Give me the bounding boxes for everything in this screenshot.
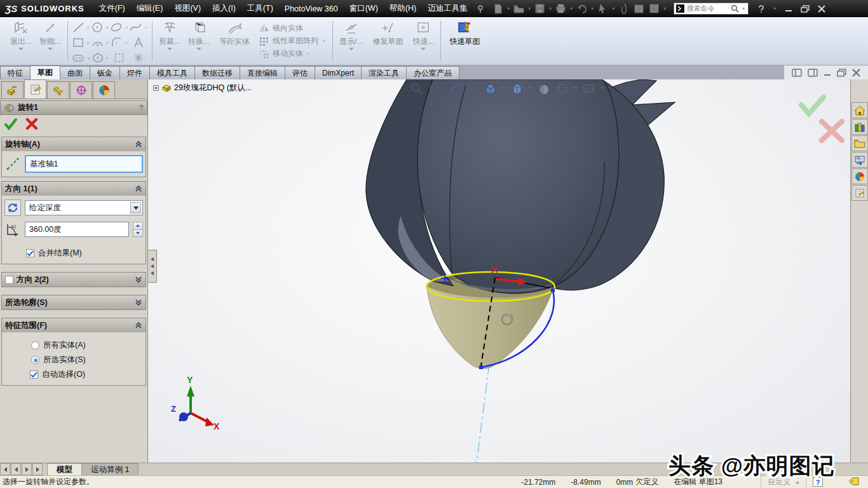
- direction2-header[interactable]: 方向 2(2): [2, 273, 146, 287]
- search-dropdown-arrow[interactable]: ▾: [742, 6, 746, 11]
- tab-surfaces[interactable]: 曲面: [60, 66, 90, 79]
- selected-bodies-option[interactable]: 所选实体(S): [31, 355, 143, 365]
- design-library-tab[interactable]: [851, 119, 868, 135]
- auto-select-option[interactable]: 自动选择(O): [30, 369, 143, 380]
- tab-scroll-next-button[interactable]: [22, 463, 32, 475]
- sketch-endpoint-bottom[interactable]: [479, 365, 483, 369]
- dimxpert-manager-tab[interactable]: [70, 81, 92, 98]
- help-dropdown-arrow[interactable]: ▾: [773, 6, 777, 11]
- tab-data-migration[interactable]: 数据迁移: [194, 66, 240, 79]
- collapse-chevron-icon[interactable]: [135, 322, 142, 329]
- tree-expand-icon[interactable]: [153, 85, 159, 91]
- save-dropdown-arrow[interactable]: ▾: [548, 6, 553, 11]
- collapse-chevron-icon[interactable]: [135, 141, 142, 147]
- print-icon[interactable]: [554, 3, 568, 15]
- confirm-ok-icon[interactable]: [801, 97, 824, 114]
- minimize-button[interactable]: [783, 4, 794, 13]
- options-dropdown-arrow[interactable]: ▾: [663, 6, 667, 11]
- all-bodies-radio[interactable]: [31, 341, 39, 349]
- help-menu-icon[interactable]: [756, 4, 766, 13]
- tab-mold-tools[interactable]: 模具工具: [149, 66, 195, 79]
- feature-manager-tab[interactable]: [1, 81, 24, 98]
- menu-maidi-tools[interactable]: 迈迪工具集: [422, 0, 473, 17]
- undo-dropdown-arrow[interactable]: ▾: [590, 6, 595, 11]
- open-document-icon[interactable]: [512, 3, 526, 15]
- menu-edit[interactable]: 编辑(E): [131, 0, 169, 17]
- close-button[interactable]: [817, 4, 827, 13]
- pin-icon[interactable]: [476, 4, 485, 13]
- feature-tree-flyout[interactable]: 29玫瑰花DHQ (默认...: [153, 83, 252, 93]
- line-tool-icon[interactable]: ▾: [72, 22, 90, 33]
- select-dropdown-arrow[interactable]: ▾: [611, 6, 616, 11]
- model-canvas[interactable]: Y X Z: [148, 79, 850, 473]
- custom-expand-arrow[interactable]: [796, 481, 799, 484]
- reverse-direction-icon[interactable]: [4, 200, 21, 216]
- display-relations-button[interactable]: 显示/...: [336, 17, 367, 65]
- menu-tools[interactable]: 工具(T): [241, 0, 279, 17]
- revolve-preview-body[interactable]: [427, 286, 553, 369]
- convert-entities-button[interactable]: 转换...: [184, 17, 214, 65]
- dropdown-arrow-icon[interactable]: [130, 202, 141, 214]
- graphics-viewport[interactable]: Y X Z 29玫瑰花DHQ (默认...: [148, 79, 850, 473]
- search-input[interactable]: 搜索命令: [687, 4, 728, 13]
- pane-right-toggle-icon[interactable]: [808, 69, 818, 77]
- menu-file[interactable]: 文件(F): [93, 0, 131, 17]
- motion-study-tab[interactable]: 运动算例 1: [81, 463, 139, 475]
- spline-tool-icon[interactable]: ▾: [129, 22, 148, 33]
- move-entities-button[interactable]: 移动实体▾: [259, 48, 326, 59]
- tab-sketch[interactable]: 草图: [30, 65, 60, 79]
- tab-dimxpert[interactable]: DimXpert: [315, 66, 362, 79]
- model-tab[interactable]: 模型: [47, 463, 82, 475]
- command-search-box[interactable]: 搜索命令 ▾: [674, 3, 749, 15]
- print-dropdown-arrow[interactable]: ▾: [569, 6, 574, 11]
- doc-restore-button[interactable]: [837, 69, 846, 77]
- resources-tab[interactable]: [851, 102, 868, 118]
- appearances-tab[interactable]: [851, 168, 868, 184]
- merge-checkbox[interactable]: [26, 249, 34, 257]
- convert-dropdown[interactable]: [196, 48, 201, 50]
- slot-tool-icon[interactable]: ▾: [72, 53, 91, 62]
- fillet-tool-icon[interactable]: ▾: [111, 37, 128, 48]
- pm-help-icon[interactable]: ?: [139, 104, 144, 112]
- zoom-area-icon[interactable]: [428, 82, 442, 96]
- tab-render-tools[interactable]: 渲染工具: [361, 66, 407, 79]
- smart-dimension-button[interactable]: 智能...: [36, 17, 65, 65]
- new-dropdown-arrow[interactable]: ▾: [506, 6, 511, 11]
- hide-show-items-icon[interactable]: [510, 82, 524, 96]
- tab-weldments[interactable]: 焊件: [119, 66, 150, 79]
- doc-minimize-button[interactable]: [824, 69, 831, 76]
- view-orientation-icon[interactable]: [465, 82, 479, 96]
- rose-model[interactable]: [366, 79, 675, 294]
- view-settings-icon[interactable]: [582, 82, 596, 96]
- linear-pattern-dropdown[interactable]: ▾: [322, 38, 326, 44]
- polygon-tool-icon[interactable]: ▾: [92, 52, 109, 64]
- scene-dropdown[interactable]: [574, 87, 578, 91]
- panel-splitter-handle[interactable]: [148, 250, 157, 283]
- save-icon[interactable]: [533, 3, 547, 15]
- text-tool-icon[interactable]: [133, 37, 144, 48]
- status-help-button[interactable]: ?: [813, 477, 823, 487]
- open-dropdown-arrow[interactable]: ▾: [527, 6, 532, 11]
- expand-chevron-icon[interactable]: [135, 276, 142, 283]
- ellipse-tool-icon[interactable]: ▾: [110, 22, 129, 33]
- new-document-icon[interactable]: [491, 3, 505, 15]
- restore-button[interactable]: [800, 4, 810, 13]
- tab-office-products[interactable]: 办公室产品: [406, 66, 459, 79]
- menu-window[interactable]: 窗口(W): [344, 0, 384, 17]
- section-view-icon[interactable]: [447, 82, 461, 96]
- tab-scroll-prev-button[interactable]: [11, 463, 21, 475]
- arc-tool-icon[interactable]: ▾: [92, 37, 109, 48]
- rapid-sketch-button[interactable]: 快速草图: [444, 17, 485, 65]
- pm-cancel-button[interactable]: [25, 118, 38, 130]
- point-tool-icon[interactable]: [133, 53, 144, 63]
- circle-tool-icon[interactable]: ▾: [92, 22, 109, 33]
- merge-result-option[interactable]: 合并结果(M): [26, 248, 143, 259]
- doc-close-button[interactable]: [852, 69, 860, 77]
- menu-help[interactable]: 帮助(H): [384, 0, 422, 17]
- view-palette-tab[interactable]: [851, 152, 868, 168]
- construction-geometry-icon[interactable]: [113, 52, 126, 64]
- direction1-header[interactable]: 方向 1(1): [2, 182, 146, 196]
- feature-scope-header[interactable]: 特征范围(F): [2, 318, 146, 332]
- select-icon[interactable]: [596, 3, 610, 15]
- move-dropdown[interactable]: ▾: [306, 51, 311, 57]
